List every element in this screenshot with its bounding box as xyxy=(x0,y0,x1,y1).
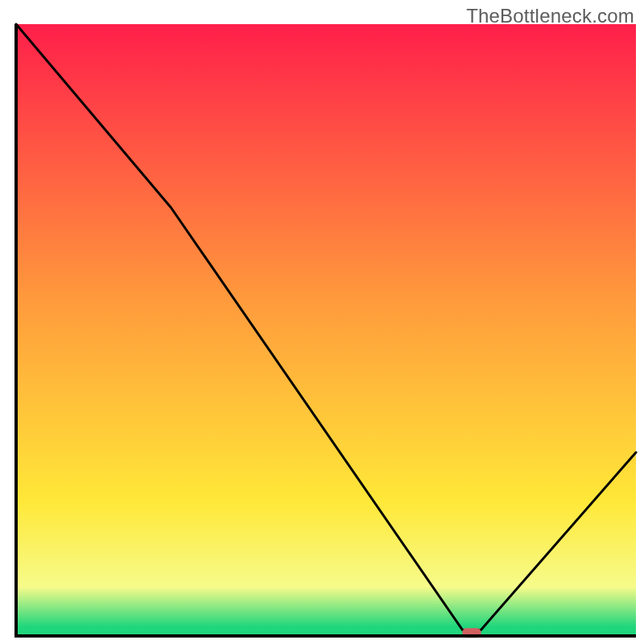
bottleneck-chart xyxy=(0,0,644,644)
plot-background xyxy=(16,24,636,636)
chart-container: TheBottleneck.com xyxy=(0,0,644,644)
